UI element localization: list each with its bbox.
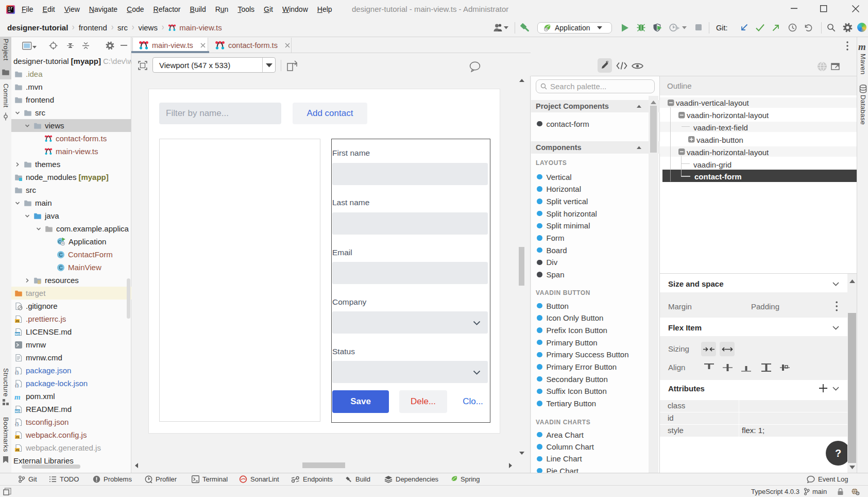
svg-text:{}: {} [15, 370, 19, 375]
svg-text:JS: JS [15, 320, 19, 323]
svg-text:{}: {} [15, 421, 19, 426]
svg-text:{}: {} [15, 383, 19, 388]
svg-text:JS: JS [15, 449, 19, 452]
svg-text:MD: MD [15, 333, 20, 336]
svg-text:MD: MD [15, 410, 20, 413]
svg-text:m: m [14, 392, 21, 401]
svg-text:JS: JS [15, 436, 19, 439]
